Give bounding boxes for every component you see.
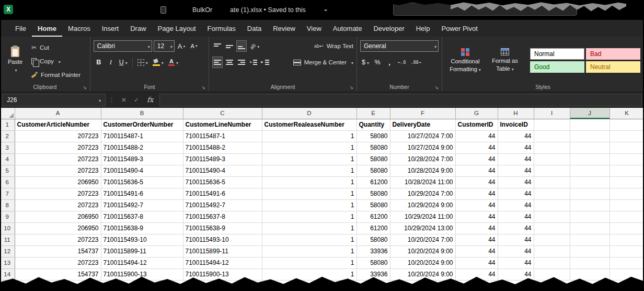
cell-A9[interactable]: 206950 xyxy=(15,211,101,222)
cell-A11[interactable]: 207223 xyxy=(15,234,101,245)
cell-I6[interactable] xyxy=(534,176,570,188)
row-header-7[interactable]: 7 xyxy=(0,188,15,199)
cell-B11[interactable]: 7100115493-10 xyxy=(101,234,183,245)
name-box[interactable]: J26 xyxy=(2,94,106,106)
column-header-D[interactable]: D xyxy=(262,108,356,119)
cell-C6[interactable]: 7100115636-5 xyxy=(183,176,262,188)
cell-G3[interactable]: 44 xyxy=(455,142,498,153)
column-header-C[interactable]: C xyxy=(183,108,262,119)
merge-center-button[interactable]: Merge & Center xyxy=(293,57,353,68)
row-header-12[interactable]: 12 xyxy=(0,245,15,257)
cell-C13[interactable]: 7100115494-12 xyxy=(183,257,262,268)
cell-A7[interactable]: 207223 xyxy=(15,188,101,199)
cell-J13[interactable] xyxy=(570,257,610,268)
cell-F7[interactable]: 10/29/2024 7:00 xyxy=(390,188,455,199)
cell-K10[interactable] xyxy=(610,222,644,234)
menu-tab-review[interactable]: Review xyxy=(267,20,301,37)
cell-F8[interactable]: 10/29/2024 9:00 xyxy=(390,199,455,211)
cell-E2[interactable]: 58080 xyxy=(356,130,390,142)
column-header-K[interactable]: K xyxy=(610,108,644,119)
cell-J2[interactable] xyxy=(570,130,610,142)
cell-F14[interactable]: 10/20/2024 9:00 xyxy=(390,268,455,280)
cell-J11[interactable] xyxy=(570,234,610,245)
cell-K11[interactable] xyxy=(610,234,644,245)
cell-F1[interactable]: DeliveryDate xyxy=(390,119,455,130)
cell-F5[interactable]: 10/28/2024 9:00 xyxy=(390,165,455,176)
column-header-E[interactable]: E xyxy=(356,108,390,119)
cell-J9[interactable] xyxy=(570,211,610,222)
cell-A5[interactable]: 207223 xyxy=(15,165,101,176)
menu-tab-data[interactable]: Data xyxy=(242,20,267,37)
style-chip-bad[interactable]: Bad xyxy=(586,48,640,60)
cell-D2[interactable]: 1 xyxy=(262,130,356,142)
cell-I11[interactable] xyxy=(534,234,570,245)
cell-H2[interactable]: 44 xyxy=(498,130,534,142)
insert-function-button[interactable]: fx xyxy=(143,96,157,104)
cell-C2[interactable]: 7100115487-1 xyxy=(183,130,262,142)
menu-tab-automate[interactable]: Automate xyxy=(327,20,368,37)
column-header-G[interactable]: G xyxy=(455,108,498,119)
cell-F4[interactable]: 10/28/2024 7:00 xyxy=(390,153,455,165)
formula-input[interactable] xyxy=(159,94,642,106)
cell-K8[interactable] xyxy=(610,199,644,211)
menu-tab-formulas[interactable]: Formulas xyxy=(202,20,242,37)
font-dialog-launcher[interactable] xyxy=(202,85,206,90)
cell-G7[interactable]: 44 xyxy=(455,188,498,199)
row-header-13[interactable]: 13 xyxy=(0,257,15,268)
cell-A10[interactable]: 206950 xyxy=(15,222,101,234)
cell-A13[interactable]: 207223 xyxy=(15,257,101,268)
menu-tab-power-pivot[interactable]: Power Pivot xyxy=(435,20,483,37)
underline-button[interactable]: U xyxy=(118,57,129,68)
cell-C7[interactable]: 7100115491-6 xyxy=(183,188,262,199)
cell-G1[interactable]: CustomerID xyxy=(455,119,498,130)
cell-E6[interactable]: 61200 xyxy=(356,176,390,188)
cell-A12[interactable]: 154737 xyxy=(15,245,101,257)
cell-C11[interactable]: 7100115493-10 xyxy=(183,234,262,245)
style-chip-neutral[interactable]: Neutral xyxy=(586,61,640,73)
cell-I8[interactable] xyxy=(534,199,570,211)
borders-button[interactable] xyxy=(136,57,150,68)
orientation-button[interactable]: ab xyxy=(248,40,261,52)
cell-J8[interactable] xyxy=(570,199,610,211)
style-chip-good[interactable]: Good xyxy=(530,61,584,73)
cell-H13[interactable]: 44 xyxy=(498,257,534,268)
font-color-button[interactable] xyxy=(167,57,180,68)
font-name-select[interactable]: Calibri xyxy=(94,40,152,52)
cell-I4[interactable] xyxy=(534,153,570,165)
decrease-decimal-button[interactable]: .00→ xyxy=(409,57,422,68)
row-header-2[interactable]: 2 xyxy=(0,130,15,142)
bottom-align-button[interactable] xyxy=(236,40,247,52)
font-size-select[interactable]: 12 xyxy=(154,40,175,52)
alignment-dialog-launcher[interactable] xyxy=(349,85,353,90)
row-header-1[interactable]: 1 xyxy=(0,119,15,130)
conditional-formatting-button[interactable]: Conditional Formatting xyxy=(445,40,485,81)
cell-F13[interactable]: 10/20/2024 9:00 xyxy=(390,257,455,268)
cell-E3[interactable]: 58080 xyxy=(356,142,390,153)
style-chip-normal[interactable]: Normal xyxy=(530,48,584,60)
row-header-5[interactable]: 5 xyxy=(0,165,15,176)
cell-D7[interactable]: 1 xyxy=(262,188,356,199)
enter-icon[interactable]: ✓ xyxy=(130,96,143,104)
select-all-button[interactable] xyxy=(0,108,15,119)
cell-H1[interactable]: InvoiceID xyxy=(498,119,534,130)
cell-D11[interactable]: 1 xyxy=(262,234,356,245)
cell-C8[interactable]: 7100115492-7 xyxy=(183,199,262,211)
cell-H12[interactable]: 44 xyxy=(498,245,534,257)
format-painter-button[interactable]: Format Painter xyxy=(31,69,80,80)
cell-F2[interactable]: 10/27/2024 7:00 xyxy=(390,130,455,142)
clipboard-dialog-launcher[interactable] xyxy=(83,85,87,90)
cell-E11[interactable]: 58080 xyxy=(356,234,390,245)
cell-E7[interactable]: 58080 xyxy=(356,188,390,199)
comma-style-button[interactable]: , xyxy=(384,57,395,68)
cell-B6[interactable]: 7100115636-5 xyxy=(101,176,183,188)
menu-tab-help[interactable]: Help xyxy=(410,20,436,37)
cell-F12[interactable]: 10/20/2024 9:00 xyxy=(390,245,455,257)
cell-K1[interactable] xyxy=(610,119,644,130)
italic-button[interactable]: I xyxy=(106,57,116,68)
fill-color-button[interactable] xyxy=(151,57,165,68)
cell-H10[interactable]: 44 xyxy=(498,222,534,234)
cell-C3[interactable]: 7100115488-2 xyxy=(183,142,262,153)
cell-F11[interactable]: 10/20/2024 7:00 xyxy=(390,234,455,245)
cell-I10[interactable] xyxy=(534,222,570,234)
cell-E9[interactable]: 61200 xyxy=(356,211,390,222)
